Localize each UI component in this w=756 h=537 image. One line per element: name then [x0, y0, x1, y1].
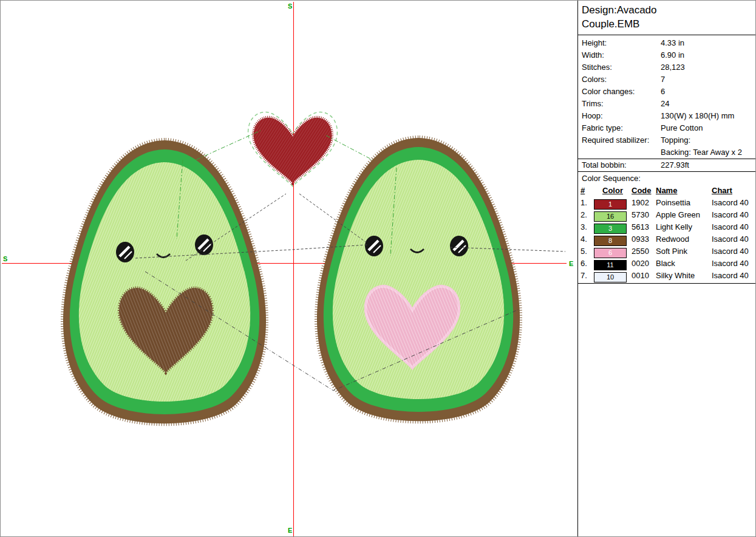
property-value: 7 [661, 74, 756, 86]
color-sequence-row[interactable]: 7. 10 0010 Silky White Isacord 40 [578, 270, 756, 282]
property-value: 24 [661, 98, 756, 110]
right-avocado-left-eye [365, 236, 383, 256]
property-row: Height: 4.33 in [578, 37, 756, 49]
property-value: 6.90 in [661, 49, 756, 61]
property-value: Backing: Tear Away x 2 [661, 146, 756, 159]
property-row: Color changes: 6 [578, 86, 756, 98]
color-sequence-row[interactable]: 1. 1 1902 Poinsettia Isacord 40 [578, 197, 756, 209]
thread-name: Apple Green [656, 209, 712, 221]
row-index: 7. [581, 270, 594, 282]
thread-chart: Isacord 40 [712, 245, 756, 258]
color-sequence-row[interactable]: 4. 8 0933 Redwood Isacord 40 [578, 233, 756, 245]
row-index: 6. [581, 258, 594, 270]
color-sequence-header: # Color Code Name Chart [578, 185, 756, 197]
property-row: Hoop: 130(W) x 180(H) mm [578, 110, 756, 122]
property-label: Trims: [582, 98, 661, 110]
property-row: Backing: Tear Away x 2 [578, 146, 756, 159]
property-row: Colors: 7 [578, 74, 756, 86]
design-properties: Height: 4.33 in Width: 6.90 in Stitches:… [578, 35, 756, 172]
thread-chart: Isacord 40 [712, 270, 756, 282]
property-row: Width: 6.90 in [578, 49, 756, 61]
thread-name: Light Kelly [656, 221, 712, 233]
thread-name: Black [656, 258, 712, 270]
property-label: Total bobbin: [582, 159, 661, 171]
property-row: Stitches: 28,123 [578, 61, 756, 74]
color-swatch[interactable]: 6 [594, 248, 627, 258]
property-row: Fabric type: Pure Cotton [578, 122, 756, 134]
property-row: Required stabilizer: Topping: [578, 134, 756, 146]
color-sequence-row[interactable]: 6. 11 0020 Black Isacord 40 [578, 258, 756, 270]
thread-chart: Isacord 40 [712, 197, 756, 209]
left-avocado-right-eye [195, 234, 213, 255]
color-swatch[interactable]: 8 [594, 236, 627, 246]
design-title-block: Design:Avacado Couple.EMB [578, 1, 756, 35]
thread-chart: Isacord 40 [712, 209, 756, 221]
property-label: Colors: [582, 74, 661, 86]
color-sequence-row[interactable]: 3. 3 5613 Light Kelly Isacord 40 [578, 221, 756, 233]
thread-name: Redwood [656, 233, 712, 245]
design-title: Design:Avacado Couple.EMB [582, 3, 690, 31]
property-row: Trims: 24 [578, 98, 756, 110]
property-value: Pure Cotton [661, 122, 756, 134]
header-name: Name [656, 185, 712, 197]
end-marker-right: E [569, 260, 573, 267]
property-value: 6 [661, 86, 756, 98]
thread-code: 5730 [632, 209, 656, 221]
property-label: Hoop: [582, 110, 661, 122]
color-sequence-row[interactable]: 5. 6 2550 Soft Pink Isacord 40 [578, 245, 756, 258]
row-index: 5. [581, 245, 594, 258]
thread-code: 0020 [632, 258, 656, 270]
row-index: 2. [581, 209, 594, 221]
thread-chart: Isacord 40 [712, 233, 756, 245]
right-avocado-right-eye [450, 236, 468, 256]
color-sequence-title: Color Sequence: [578, 172, 756, 185]
start-marker-top: S [288, 2, 292, 10]
row-index: 3. [581, 221, 594, 233]
header-color: Color [594, 185, 632, 197]
property-value: 227.93ft [661, 159, 756, 171]
thread-code: 2550 [632, 245, 656, 258]
left-avocado-left-eye [116, 242, 134, 262]
avocado-left[interactable] [63, 140, 266, 423]
header-number: # [581, 185, 594, 197]
property-value: Topping: [661, 134, 756, 146]
color-sequence-row[interactable]: 2. 16 5730 Apple Green Isacord 40 [578, 209, 756, 221]
thread-code: 1902 [632, 197, 656, 209]
property-label: Fabric type: [582, 122, 661, 134]
color-swatch[interactable]: 11 [594, 260, 627, 270]
thread-code: 0010 [632, 270, 656, 282]
thread-code: 5613 [632, 221, 656, 233]
thread-name: Poinsettia [656, 197, 712, 209]
color-swatch[interactable]: 3 [594, 224, 627, 234]
end-marker-bottom: E [288, 527, 292, 534]
start-marker-left: S [3, 255, 7, 262]
thread-name: Soft Pink [656, 245, 712, 258]
design-info-panel: Design:Avacado Couple.EMB Height: 4.33 i… [577, 1, 756, 537]
color-swatch[interactable]: 16 [594, 211, 627, 222]
color-swatch[interactable]: 10 [594, 272, 627, 282]
property-label: Width: [582, 49, 661, 61]
property-label: Stitches: [582, 61, 661, 74]
embroidery-app-window: S S E E [0, 0, 756, 537]
property-label: Required stabilizer: [582, 134, 661, 146]
property-label: Color changes: [582, 86, 661, 98]
color-swatch[interactable]: 1 [594, 199, 627, 210]
row-index: 4. [581, 233, 594, 245]
property-label: Height: [582, 37, 661, 49]
thread-code: 0933 [632, 233, 656, 245]
property-row-total-bobbin: Total bobbin: 227.93ft [578, 159, 756, 172]
property-value: 4.33 in [661, 37, 756, 49]
design-canvas[interactable]: S S E E [1, 1, 577, 537]
heart-top[interactable] [248, 112, 338, 186]
thread-chart: Isacord 40 [712, 221, 756, 233]
header-code: Code [632, 185, 656, 197]
avocado-right[interactable] [317, 138, 520, 421]
property-value: 28,123 [661, 61, 756, 74]
header-chart: Chart [712, 185, 756, 197]
thread-chart: Isacord 40 [712, 258, 756, 270]
row-index: 1. [581, 197, 594, 209]
property-label [582, 146, 661, 159]
color-sequence-table: # Color Code Name Chart 1. 1 1902 Poinse… [578, 185, 756, 284]
property-value: 130(W) x 180(H) mm [661, 110, 756, 122]
thread-name: Silky White [656, 270, 712, 282]
